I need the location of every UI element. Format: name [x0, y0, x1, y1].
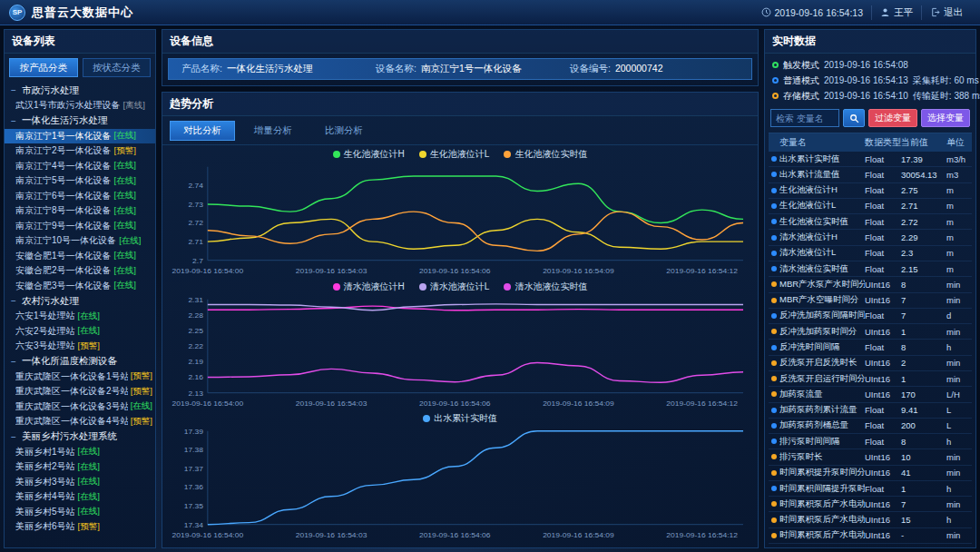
- device-item[interactable]: 重庆武隆区一体化设备1号站[预警]: [5, 370, 155, 385]
- table-row[interactable]: 加药泵流量UInt16170L/H: [769, 387, 972, 402]
- table-row[interactable]: 清水池液位计LFloat2.3m: [769, 246, 972, 261]
- device-item[interactable]: 安徽合肥3号一体化设备[在线]: [5, 279, 155, 294]
- chart-1-plot[interactable]: 2.72.712.722.732.742019-09-16 16:54:0020…: [166, 162, 754, 280]
- legend-item[interactable]: 生化池液位计H: [333, 148, 405, 161]
- variable-type-icon: [771, 360, 777, 366]
- table-row[interactable]: 反洗泵开启运行时间分UInt161min: [769, 371, 972, 387]
- device-item[interactable]: 南京江宁2号一体化设备[预警]: [5, 143, 155, 159]
- table-row[interactable]: 生化池液位计HFloat2.75m: [769, 183, 972, 199]
- variable-unit: h: [946, 515, 972, 525]
- header-user[interactable]: 王平: [871, 5, 921, 20]
- table-row[interactable]: 出水累计流量值Float30054.13m3: [769, 167, 972, 182]
- tree-group-header[interactable]: −农村污水处理: [5, 293, 155, 309]
- variable-value: 7: [901, 295, 946, 305]
- device-item[interactable]: 南京江宁8号一体化设备[在线]: [5, 203, 155, 219]
- legend-marker-icon: [504, 151, 511, 158]
- sidebar-tab-2[interactable]: 按状态分类: [83, 58, 152, 77]
- device-item[interactable]: 美丽乡村5号站[在线]: [5, 505, 155, 520]
- table-row[interactable]: 时间累积泵后产水电动阀时UInt1615h: [769, 512, 972, 527]
- table-row[interactable]: 反冲洗加药泵时间分UInt161min: [769, 324, 972, 340]
- device-item[interactable]: 武汉1号市政污水处理设备[离线]: [5, 98, 155, 113]
- table-row[interactable]: 时间累积泵后产水电动阀分UInt167min: [769, 497, 972, 512]
- mode-row: 存储模式2019-09-16 16:54:10传输延时: 388 ms: [772, 88, 968, 104]
- table-row[interactable]: 反冲洗时间间隔Float8h: [769, 340, 972, 355]
- table-row[interactable]: 清水池液位实时值Float2.15m: [769, 261, 972, 277]
- device-status-badge: [在线]: [114, 160, 136, 172]
- logo-text: SP: [13, 8, 23, 16]
- search-input[interactable]: [770, 109, 839, 127]
- chart-3-plot[interactable]: 17.3417.3517.3617.3717.3817.392019-09-16…: [166, 426, 754, 544]
- chart-3: 出水累计实时值17.3417.3517.3617.3717.3817.39201…: [166, 411, 754, 544]
- collapse-icon[interactable]: −: [10, 296, 17, 306]
- variable-type-icon: [771, 501, 777, 507]
- collapse-icon[interactable]: −: [10, 85, 17, 95]
- trend-tab-1[interactable]: 对比分析: [170, 121, 235, 141]
- variable-type: Float: [865, 185, 901, 195]
- tree-group-header[interactable]: −一体化所温度检测设备: [5, 354, 155, 370]
- table-row[interactable]: 排污泵时长UInt1610min: [769, 449, 972, 465]
- variable-name: MBR产水空曝时间分: [779, 294, 865, 306]
- device-item[interactable]: 美丽乡村3号站[在线]: [5, 475, 155, 490]
- device-item[interactable]: 南京江宁4号一体化设备[在线]: [5, 159, 155, 174]
- tree-group-header[interactable]: −美丽乡村污水处理系统: [5, 429, 155, 445]
- table-row[interactable]: 生化池液位计LFloat2.71m: [769, 199, 972, 214]
- search-button[interactable]: [843, 109, 865, 127]
- device-item[interactable]: 南京江宁9号一体化设备[在线]: [5, 219, 155, 234]
- table-row[interactable]: 反冲洗加药泵间隔时间Float7d: [769, 309, 972, 324]
- collapse-icon[interactable]: −: [10, 116, 17, 126]
- device-item[interactable]: 南京江宁5号一体化设备[在线]: [5, 173, 155, 189]
- table-row[interactable]: 加药泵药剂桶总量Float200L: [769, 419, 972, 434]
- table-row[interactable]: MBR产水泵产水时间分UInt168min: [769, 277, 972, 292]
- table-row[interactable]: 反洗泵开启反洗时长UInt162min: [769, 356, 972, 371]
- legend-item[interactable]: 生化池液位实时值: [504, 148, 587, 161]
- select-variables-button[interactable]: 选择变量: [921, 109, 970, 127]
- device-item[interactable]: 六安3号处理站[预警]: [5, 339, 155, 354]
- tree-group-header[interactable]: −市政污水处理: [5, 83, 155, 98]
- collapse-icon[interactable]: −: [10, 432, 17, 442]
- device-item[interactable]: 安徽合肥1号一体化设备[在线]: [5, 249, 155, 264]
- device-item[interactable]: 南京江宁6号一体化设备[在线]: [5, 189, 155, 204]
- chart-2-plot[interactable]: 2.132.162.192.222.252.282.312019-09-16 1…: [166, 294, 754, 412]
- tree-group-label: 一体化生活污水处理: [22, 114, 108, 127]
- trend-tab-3[interactable]: 比测分析: [311, 121, 377, 141]
- table-row[interactable]: 出水累计实时值Float17.39m3/h: [769, 152, 972, 167]
- device-item[interactable]: 南京江宁1号一体化设备[在线]: [5, 129, 155, 144]
- legend-item[interactable]: 清水池液位计L: [419, 281, 490, 293]
- app-logo-icon: SP: [9, 5, 25, 21]
- legend-item[interactable]: 生化池液位计L: [419, 148, 490, 161]
- legend-item[interactable]: 清水池液位计H: [333, 281, 405, 293]
- device-item[interactable]: 美丽乡村1号站[在线]: [5, 445, 155, 460]
- device-item[interactable]: 六安1号处理站[在线]: [5, 309, 155, 324]
- table-row[interactable]: 时间累积提升泵时间分UInt1641min: [769, 466, 972, 481]
- device-status-badge: [预警]: [78, 521, 100, 533]
- legend-item[interactable]: 清水池液位实时值: [504, 281, 587, 293]
- variable-type: UInt16: [865, 295, 901, 305]
- tree-group-label: 一体化所温度检测设备: [22, 355, 117, 368]
- variable-unit: m3: [946, 170, 972, 180]
- device-item[interactable]: 美丽乡村6号站[预警]: [5, 519, 155, 535]
- table-row[interactable]: 清水池液位计HFloat2.29m: [769, 230, 972, 245]
- filter-variables-button[interactable]: 过滤变量: [868, 109, 917, 127]
- table-row[interactable]: MBR产水空曝时间分UInt167min: [769, 293, 972, 309]
- sidebar-tab-1[interactable]: 按产品分类: [9, 58, 78, 77]
- tree-group-header[interactable]: −一体化生活污水处理: [5, 113, 155, 129]
- trend-tab-2[interactable]: 增量分析: [240, 121, 306, 141]
- device-item[interactable]: 美丽乡村2号站[在线]: [5, 459, 155, 475]
- svg-text:2.31: 2.31: [188, 294, 203, 303]
- variable-type-icon: [771, 172, 777, 177]
- device-item[interactable]: 美丽乡村4号站[在线]: [5, 489, 155, 505]
- device-item[interactable]: 南京江宁10号一体化设备[在线]: [5, 233, 155, 249]
- device-item[interactable]: 安徽合肥2号一体化设备[在线]: [5, 263, 155, 279]
- table-row[interactable]: 排污泵时间间隔Float8h: [769, 434, 972, 449]
- table-row[interactable]: 加药泵药剂累计流量Float9.41L: [769, 403, 972, 419]
- device-item[interactable]: 重庆武隆区一体化设备3号站[在线]: [5, 399, 155, 415]
- device-item[interactable]: 六安2号处理站[在线]: [5, 324, 155, 340]
- device-item[interactable]: 重庆武隆区一体化设备2号站[预警]: [5, 384, 155, 399]
- device-item[interactable]: 重庆武隆区一体化设备4号站[预警]: [5, 414, 155, 429]
- logout-button[interactable]: 退出: [921, 5, 971, 20]
- table-row[interactable]: 生化池液位实时值Float2.72m: [769, 214, 972, 230]
- legend-item[interactable]: 出水累计实时值: [423, 412, 497, 425]
- table-row[interactable]: 时间累积泵后产水电动阀间分UInt16-min: [769, 528, 972, 544]
- collapse-icon[interactable]: −: [10, 357, 17, 367]
- table-row[interactable]: 时间累积间隔提升泵时Float1h: [769, 481, 972, 497]
